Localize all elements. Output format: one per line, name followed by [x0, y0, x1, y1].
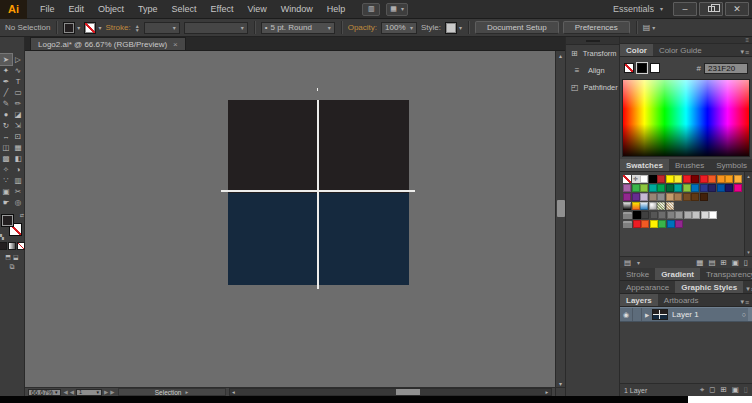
horizontal-scroll-thumb[interactable]: [396, 389, 420, 395]
swatch[interactable]: [623, 184, 631, 192]
hex-value-field[interactable]: 231F20: [704, 63, 748, 74]
swatch[interactable]: [684, 211, 692, 219]
menu-type[interactable]: Type: [131, 0, 165, 18]
delete-swatch-icon[interactable]: ▯: [744, 258, 748, 267]
scroll-up-icon[interactable]: ▴: [559, 51, 562, 59]
tool-blob-brush-icon[interactable]: ●: [0, 109, 12, 120]
horizontal-scrollbar[interactable]: ◂ ▸: [229, 388, 553, 396]
new-sublayer-icon[interactable]: ⊞: [720, 385, 726, 395]
tool-line-segment-icon[interactable]: ╱: [0, 87, 12, 98]
tab-gradient[interactable]: Gradient: [655, 268, 700, 280]
swap-fill-stroke-icon[interactable]: ⇄: [20, 213, 24, 218]
swatches-scrollbar[interactable]: ▴ ▾: [744, 172, 752, 256]
stroke-weight-label[interactable]: Stroke:: [105, 23, 130, 32]
swatch[interactable]: [640, 184, 648, 192]
layer-selection-column[interactable]: [748, 308, 752, 321]
last-artboard-icon[interactable]: ▶: [110, 389, 114, 395]
close-document-icon[interactable]: ×: [173, 40, 178, 49]
swatch[interactable]: [683, 184, 691, 192]
menu-object[interactable]: Object: [91, 0, 131, 18]
document-tab[interactable]: Logo2.ai* @ 66.67% (RGB/Preview) ×: [30, 37, 186, 50]
color-group-folder-icon[interactable]: [623, 212, 632, 219]
tool-magic-wand-icon[interactable]: ✦: [0, 65, 12, 76]
swatch[interactable]: [725, 184, 733, 192]
swatch-options-icon[interactable]: ▤: [708, 258, 715, 267]
fill-stroke-wells[interactable]: ⇄ ▚: [0, 213, 24, 240]
tool-paintbrush-icon[interactable]: ✎: [0, 98, 12, 109]
tool-direct-selection-icon[interactable]: ▷: [12, 54, 24, 65]
fill-color-control[interactable]: ▾: [63, 22, 80, 34]
swatch[interactable]: [633, 220, 641, 228]
tab-swatches[interactable]: Swatches: [620, 159, 669, 171]
swatch[interactable]: [675, 220, 683, 228]
graphic-styles-panel-menu-icon[interactable]: ▾≡: [743, 285, 752, 293]
tab-color[interactable]: Color: [620, 44, 653, 56]
swatch[interactable]: [641, 220, 649, 228]
scroll-up-icon[interactable]: ▴: [747, 173, 750, 179]
tool-shape-builder-icon[interactable]: ◫: [0, 142, 12, 153]
tab-transparency[interactable]: Transparency: [700, 268, 752, 280]
swatch[interactable]: [623, 193, 631, 201]
paint-gradient-button[interactable]: [8, 242, 16, 250]
workspace-switcher[interactable]: Essentials ▾: [603, 4, 673, 14]
stroke-weight-stepper[interactable]: ▲▼: [135, 24, 140, 32]
tool-rotate-icon[interactable]: ↻: [0, 120, 12, 131]
scroll-down-icon[interactable]: ▾: [559, 379, 562, 387]
tab-color-guide[interactable]: Color Guide: [653, 44, 708, 56]
expand-layer-icon[interactable]: ▶: [642, 312, 652, 318]
color-spectrum[interactable]: [622, 79, 750, 157]
swatch-gradient[interactable]: [623, 202, 631, 210]
swatch[interactable]: [708, 184, 716, 192]
swatch[interactable]: [658, 220, 666, 228]
swatch[interactable]: [674, 193, 682, 201]
new-swatch-icon[interactable]: ▣: [732, 258, 739, 267]
next-artboard-icon[interactable]: ▶: [104, 389, 108, 395]
swatch[interactable]: [691, 193, 699, 201]
color-group-folder-icon[interactable]: [623, 221, 632, 228]
menu-select[interactable]: Select: [165, 0, 204, 18]
color-black-swatch[interactable]: [637, 63, 647, 73]
tab-artboards[interactable]: Artboards: [658, 294, 705, 306]
swatch[interactable]: [667, 211, 675, 219]
zoom-level-select[interactable]: 66.67%▾: [28, 389, 61, 396]
tab-layers[interactable]: Layers: [620, 294, 658, 306]
default-fill-stroke-icon[interactable]: ▚: [0, 235, 4, 240]
drawing-mode-2-icon[interactable]: ⬓: [13, 253, 19, 260]
menu-view[interactable]: View: [240, 0, 273, 18]
swatch[interactable]: [734, 184, 742, 192]
swatch[interactable]: [691, 175, 699, 183]
brush-definition-select[interactable]: • 5 pt. Round ▾: [261, 22, 335, 34]
scroll-down-icon[interactable]: ▾: [747, 249, 750, 255]
tool-symbol-sprayer-icon[interactable]: ∵: [0, 175, 12, 186]
swatch[interactable]: [657, 193, 665, 201]
paint-color-button[interactable]: [0, 242, 7, 250]
show-swatch-kinds-menu-icon[interactable]: ▦: [696, 258, 703, 267]
tool-eyedropper-icon[interactable]: ✧: [0, 164, 12, 175]
scroll-right-icon[interactable]: ▸: [543, 389, 551, 395]
swatch-pattern[interactable]: [657, 202, 665, 210]
swatch[interactable]: [650, 220, 658, 228]
layer-target-icon[interactable]: ○: [742, 311, 746, 318]
scroll-left-icon[interactable]: ◂: [230, 389, 238, 395]
swatch[interactable]: [725, 175, 733, 183]
swatch-pattern[interactable]: [666, 202, 674, 210]
dock-item-transform[interactable]: ⊞Transform: [566, 45, 619, 62]
swatch[interactable]: [700, 175, 708, 183]
swatch[interactable]: [717, 175, 725, 183]
swatch[interactable]: [667, 220, 675, 228]
menu-file[interactable]: File: [33, 0, 62, 18]
vertical-scroll-thumb[interactable]: [557, 200, 565, 217]
swatch[interactable]: [691, 184, 699, 192]
tab-symbols[interactable]: Symbols: [710, 159, 752, 171]
tool-pencil-icon[interactable]: ✏: [12, 98, 24, 109]
visibility-eye-icon[interactable]: ◉: [620, 308, 633, 321]
swatch-gradient[interactable]: [632, 202, 640, 210]
layers-panel-menu-icon[interactable]: ▾≡: [737, 298, 752, 306]
opacity-label[interactable]: Opacity:: [348, 23, 377, 32]
delete-layer-icon[interactable]: ▯: [744, 385, 748, 395]
artwork-vertical-line[interactable]: [317, 100, 319, 289]
swatch[interactable]: [666, 193, 674, 201]
go-to-bridge-button[interactable]: ▥: [362, 3, 380, 16]
swatch-registration[interactable]: ✛: [632, 175, 640, 183]
swatch[interactable]: [658, 211, 666, 219]
